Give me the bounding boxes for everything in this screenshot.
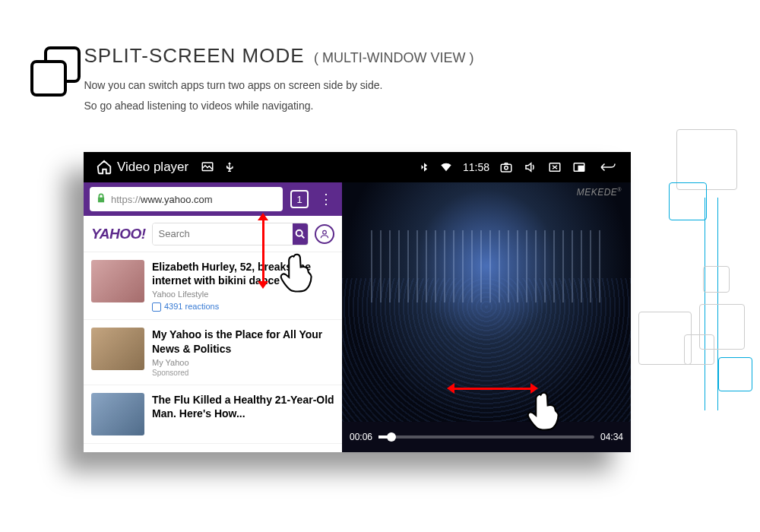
yahoo-logo[interactable]: YAHOO!	[91, 226, 146, 242]
device-frame: Video player 11:58	[84, 152, 631, 452]
close-screen-icon[interactable]	[547, 160, 562, 174]
profile-icon[interactable]	[315, 224, 334, 244]
article-source: Yahoo Lifestyle	[152, 290, 334, 299]
svg-rect-1	[501, 164, 511, 172]
home-icon[interactable]	[96, 159, 112, 176]
list-item[interactable]: Elizabeth Hurley, 52, breaks the interne…	[84, 252, 342, 320]
split-view-icon[interactable]	[572, 160, 587, 174]
menu-dots-icon[interactable]: ⋮	[316, 191, 336, 207]
url-domain: www.yahoo.com	[141, 194, 213, 205]
video-progress-bar: 00:06 04:34	[342, 422, 631, 452]
url-input[interactable]: https://www.yahoo.com	[90, 187, 283, 211]
usb-icon[interactable]	[223, 160, 236, 174]
search-button[interactable]	[293, 223, 308, 245]
seek-track[interactable]	[378, 435, 594, 439]
lock-icon	[96, 193, 106, 206]
article-thumbnail	[91, 393, 144, 435]
app-title: Video player	[117, 160, 188, 175]
url-scheme: https://	[111, 194, 141, 205]
article-thumbnail	[91, 260, 144, 302]
video-content[interactable]	[342, 182, 631, 422]
desc-line-2: So go ahead listening to videos while na…	[84, 96, 473, 116]
video-pane[interactable]: MEKEDE® 00:06 04:34	[342, 182, 631, 452]
article-source: My Yahoo	[152, 358, 334, 367]
browser-pane: https://www.yahoo.com 1 ⋮ YAHOO!	[84, 182, 342, 452]
search-input[interactable]	[153, 223, 293, 245]
article-thumbnail	[91, 328, 144, 370]
svg-point-7	[323, 230, 327, 234]
sponsored-label: Sponsored	[152, 369, 334, 377]
news-feed[interactable]: Elizabeth Hurley, 52, breaks the interne…	[84, 252, 342, 452]
article-reactions[interactable]: 4391 reactions	[152, 302, 334, 312]
seek-knob[interactable]	[387, 432, 396, 442]
desc-line-1: Now you can switch apps turn two apps on…	[84, 75, 473, 96]
picture-icon[interactable]	[201, 160, 214, 174]
list-item[interactable]: The Flu Killed a Healthy 21-Year-Old Man…	[84, 385, 342, 444]
status-time: 11:58	[463, 161, 489, 173]
split-screen-icon	[30, 46, 81, 97]
article-title: The Flu Killed a Healthy 21-Year-Old Man…	[152, 393, 334, 420]
svg-point-2	[505, 166, 508, 170]
page-subtitle: ( MULTI-WINDOW VIEW )	[314, 50, 474, 65]
tab-count[interactable]: 1	[290, 190, 309, 208]
svg-rect-5	[578, 166, 584, 171]
browser-url-bar: https://www.yahoo.com 1 ⋮	[84, 182, 342, 216]
status-bar: Video player 11:58	[84, 152, 631, 182]
time-duration: 04:34	[600, 432, 623, 442]
article-title: My Yahoo is the Place for All Your News …	[152, 328, 334, 355]
camera-icon[interactable]	[499, 160, 514, 174]
yahoo-header: YAHOO!	[84, 216, 342, 252]
page-title: SPLIT-SCREEN MODE	[84, 44, 304, 67]
article-title: Elizabeth Hurley, 52, breaks the interne…	[152, 260, 334, 287]
svg-point-6	[296, 230, 302, 236]
decorative-squares	[623, 91, 760, 471]
list-item[interactable]: My Yahoo is the Place for All Your News …	[84, 320, 342, 385]
volume-icon[interactable]	[523, 160, 538, 174]
time-current: 00:06	[350, 432, 372, 442]
wifi-icon	[439, 161, 454, 173]
brand-watermark: MEKEDE®	[577, 187, 622, 198]
bluetooth-icon	[419, 160, 429, 174]
back-icon[interactable]	[597, 160, 619, 174]
